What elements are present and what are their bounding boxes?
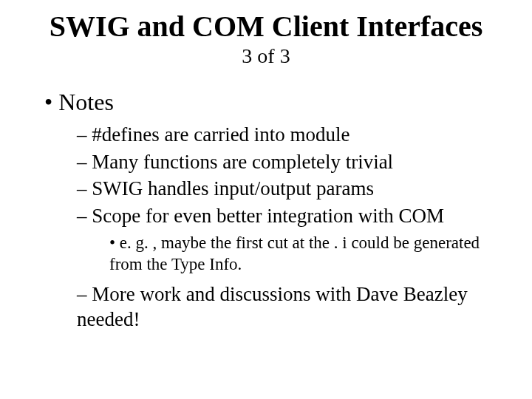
bullet-list-level3: e. g. , maybe the first cut at the . i c… (109, 233, 502, 276)
bullet-list-level2: #defines are carried into module Many fu… (77, 122, 502, 332)
bullet-text: e. g. , maybe the first cut at the . i c… (109, 233, 480, 273)
list-item: Many functions are completely trivial (77, 149, 502, 175)
list-item: #defines are carried into module (77, 122, 502, 148)
bullet-list-level1: Notes #defines are carried into module M… (44, 89, 502, 332)
list-item: Scope for even better integration with C… (77, 203, 502, 276)
slide-subtitle: 3 of 3 (30, 44, 502, 68)
list-item: e. g. , maybe the first cut at the . i c… (109, 233, 502, 276)
bullet-text: SWIG handles input/output params (92, 177, 374, 200)
list-item: Notes #defines are carried into module M… (44, 89, 502, 332)
bullet-text: More work and discussions with Dave Beaz… (77, 283, 468, 331)
bullet-text: Scope for even better integration with C… (92, 205, 444, 227)
bullet-text: Notes (58, 89, 114, 115)
slide: SWIG and COM Client Interfaces 3 of 3 No… (0, 0, 532, 399)
list-item: More work and discussions with Dave Beaz… (77, 282, 502, 332)
list-item: SWIG handles input/output params (77, 176, 502, 202)
slide-title: SWIG and COM Client Interfaces (30, 10, 502, 43)
bullet-text: Many functions are completely trivial (92, 151, 393, 173)
bullet-text: #defines are carried into module (92, 123, 349, 146)
